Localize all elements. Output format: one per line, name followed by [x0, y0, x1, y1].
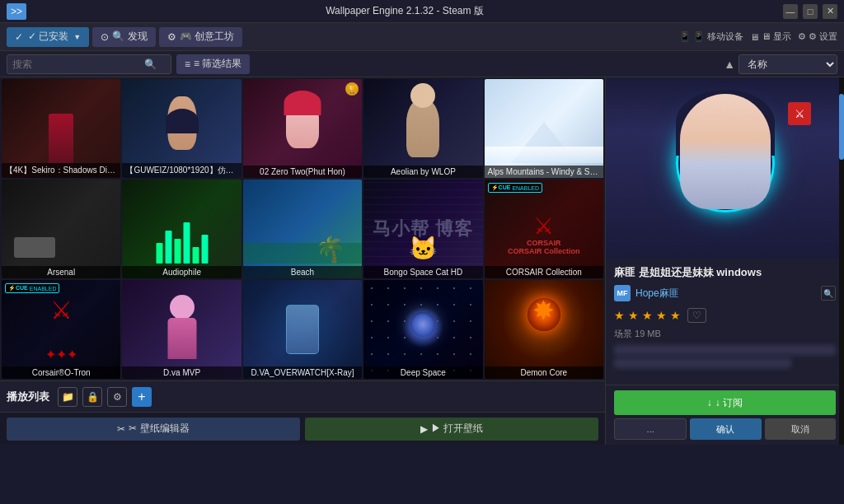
wallpaper-item-dva2[interactable]: D.VA_OVERWATCH[X-Ray] — [243, 280, 362, 379]
main-area: 【4K】Sekiro：Shadows Die Twice — 永真 【GUWEI… — [0, 77, 844, 445]
blur-row-1 — [614, 345, 836, 355]
wp-label-dva2: D.VA_OVERWATCH[X-Ray] — [243, 366, 362, 379]
author-name: Hope麻匪 — [635, 287, 679, 301]
title-bar-left: >> — [7, 3, 26, 20]
sort-select[interactable]: 名称 评分 最新 — [738, 54, 837, 74]
wp-label-demon: Demon Core — [485, 366, 603, 379]
wallpaper-item-beach[interactable]: 🌴 Beach — [243, 180, 362, 278]
preview-face — [680, 94, 771, 209]
download-icon: ↓ — [707, 397, 712, 408]
dropdown-icon: ▼ — [73, 33, 81, 41]
wallpaper-editor-btn[interactable]: ✂ ✂ 壁纸编辑器 — [7, 418, 300, 441]
nav-discover-btn[interactable]: ⊙ 🔍 发现 — [92, 27, 155, 47]
cue-enabled-badge: ⚡CUE ENABLED — [488, 183, 542, 193]
cancel-btn[interactable]: 取消 — [765, 418, 836, 440]
heart-btn[interactable]: ♡ — [687, 308, 706, 323]
playlist-lock-btn[interactable]: 🔒 — [82, 387, 102, 407]
more-btn[interactable]: ... — [614, 418, 687, 440]
minimize-btn[interactable]: — — [783, 4, 798, 19]
nav-right: 📱 📱 移动设备 🖥 🖥 显示 ⚙ ⚙ 设置 — [679, 30, 837, 43]
right-panel: ⚔ 麻匪 是姐姐还是妹妹 windows MF Hope麻匪 🔍 ★ ★ ★ ★… — [605, 77, 844, 445]
window-controls: — □ ✕ — [783, 4, 837, 19]
playlist-label: 播放列表 — [7, 390, 49, 404]
playlist-folder-btn[interactable]: 📁 — [58, 387, 77, 407]
panel-preview: ⚔ — [606, 77, 844, 259]
confirm-btn[interactable]: 确认 — [690, 418, 761, 440]
author-search-btn[interactable]: 🔍 — [821, 286, 836, 301]
wp-label-deepspace: Deep Space — [363, 366, 482, 379]
trophy-badge: 🏆 — [345, 82, 359, 96]
wp-label-alps: Alps Mountains - Windy & Snowing — [485, 166, 603, 178]
wp-label-beach: Beach — [243, 266, 362, 278]
display-btn[interactable]: 🖥 🖥 显示 — [750, 30, 791, 43]
wallpaper-item-bongo[interactable]: 🐱 Bongo Space Cat HD 马小帮 博客 — [363, 180, 482, 278]
wp-label-zerotwo: 02 Zero Two(Phut Hon) — [243, 166, 362, 178]
workshop-icon: ⚙ — [167, 31, 176, 43]
wallpaper-item-corsairotron[interactable]: ⚡CUE ENABLED ⚔ ✦✦✦ Corsair®O-Tron — [2, 280, 120, 379]
wp-label-aeolian: Aeolian by WLOP — [363, 166, 482, 178]
wallpaper-item-deepspace[interactable]: Deep Space — [363, 280, 482, 379]
panel-stars: ★ ★ ★ ★ ★ ♡ — [614, 308, 836, 323]
bottom-actions: ✂ ✂ 壁纸编辑器 ▶ ▶ 打开壁纸 — [0, 412, 605, 445]
playlist-settings-btn[interactable]: ⚙ — [107, 387, 127, 407]
panel-footer-btns: ... 确认 取消 — [614, 418, 836, 440]
wp-label-audiophile: Audiophile — [122, 266, 241, 278]
wallpaper-item-dva[interactable]: D.va MVP — [122, 280, 241, 379]
wallpaper-item-demon[interactable]: ✸ Demon Core — [485, 280, 603, 379]
filter-btn[interactable]: ≡ ≡ 筛选结果 — [176, 54, 250, 74]
playlist-add-btn[interactable]: + — [132, 387, 152, 407]
close-btn[interactable]: ✕ — [823, 4, 837, 19]
wp-label-corsairotron: Corsair®O-Tron — [2, 366, 120, 379]
left-section: 【4K】Sekiro：Shadows Die Twice — 永真 【GUWEI… — [0, 77, 605, 445]
corsair-text: CORSAIRCORSAIR Collection — [508, 239, 580, 255]
star-3: ★ — [642, 309, 653, 322]
wp-label-guwei: 【GUWEIZ/1080*1920】仿幽灵公主（原创角色） — [122, 163, 241, 178]
wallpaper-item-alps[interactable]: Alps Mountains - Windy & Snowing — [485, 79, 603, 178]
wp-label-arsenal: Arsenal — [2, 266, 120, 278]
filter-icon: ≡ — [185, 58, 190, 70]
panel-title: 麻匪 是姐姐还是妹妹 windows — [614, 265, 836, 280]
discover-icon: ⊙ — [101, 31, 109, 43]
wp-label-sekiro: 【4K】Sekiro：Shadows Die Twice — 永真 — [2, 163, 120, 178]
panel-info: 麻匪 是姐姐还是妹妹 windows MF Hope麻匪 🔍 ★ ★ ★ ★ ★… — [606, 259, 844, 385]
preview-image: ⚔ — [606, 77, 844, 259]
panel-scrollbar[interactable] — [839, 77, 844, 445]
mobile-btn[interactable]: 📱 📱 移动设备 — [679, 30, 743, 43]
maximize-btn[interactable]: □ — [803, 4, 818, 19]
mobile-icon: 📱 — [679, 31, 691, 42]
scrollbar-thumb[interactable] — [839, 94, 844, 160]
wallpaper-item-arsenal[interactable]: Arsenal — [2, 180, 120, 278]
wallpaper-item-audiophile[interactable]: Audiophile — [122, 180, 241, 278]
settings-btn[interactable]: ⚙ ⚙ 设置 — [798, 30, 837, 43]
panel-bottom: ↓ ↓ 订阅 ... 确认 取消 — [606, 385, 844, 445]
star-1: ★ — [614, 309, 625, 322]
forward-btn[interactable]: >> — [7, 3, 26, 20]
sort-up-btn[interactable]: ▲ — [724, 58, 735, 71]
wallpaper-item-zerotwo[interactable]: 🏆 02 Zero Two(Phut Hon) — [243, 79, 362, 178]
title-bar: >> Wallpaper Engine 2.1.32 - Steam 版 — □… — [0, 0, 844, 23]
blur-row-2 — [614, 358, 791, 368]
star-5: ★ — [670, 309, 681, 322]
play-icon: ▶ — [420, 423, 428, 435]
subscribe-btn[interactable]: ↓ ↓ 订阅 — [614, 390, 836, 415]
wp-label-bongo: Bongo Space Cat HD — [363, 266, 482, 278]
search-input[interactable] — [12, 58, 144, 70]
playlist-bar: 播放列表 📁 🔒 ⚙ + — [0, 380, 605, 412]
wallpaper-item-corsair[interactable]: ⚡CUE ENABLED ⚔ CORSAIRCORSAIR Collection… — [485, 180, 603, 278]
scissors-icon: ✂ — [117, 423, 125, 435]
search-input-wrap[interactable]: 🔍 — [7, 54, 171, 74]
check-icon: ✓ — [15, 31, 23, 43]
wallpaper-item-aeolian[interactable]: Aeolian by WLOP — [363, 79, 482, 178]
window-title: Wallpaper Engine 2.1.32 - Steam 版 — [26, 4, 783, 18]
star-2: ★ — [628, 309, 639, 322]
wallpaper-item-sekiro[interactable]: 【4K】Sekiro：Shadows Die Twice — 永真 — [2, 79, 120, 178]
nav-bar: ✓ ✓ 已安装 ▼ ⊙ 🔍 发现 ⚙ 🎮 创意工坊 📱 📱 移动设备 🖥 🖥 显… — [0, 23, 844, 51]
search-bar: 🔍 ≡ ≡ 筛选结果 ▲ 名称 评分 最新 — [0, 51, 844, 77]
nav-installed-btn[interactable]: ✓ ✓ 已安装 ▼ — [7, 27, 89, 47]
wallpaper-item-guwei[interactable]: 【GUWEIZ/1080*1920】仿幽灵公主（原创角色） — [122, 79, 241, 178]
search-icon: 🔍 — [144, 58, 157, 70]
wp-label-corsair: CORSAIR Collection — [485, 266, 603, 278]
cue-enabled-badge-2: ⚡CUE ENABLED — [5, 283, 59, 293]
nav-workshop-btn[interactable]: ⚙ 🎮 创意工坊 — [159, 27, 242, 47]
open-wallpaper-btn[interactable]: ▶ ▶ 打开壁纸 — [305, 418, 598, 441]
